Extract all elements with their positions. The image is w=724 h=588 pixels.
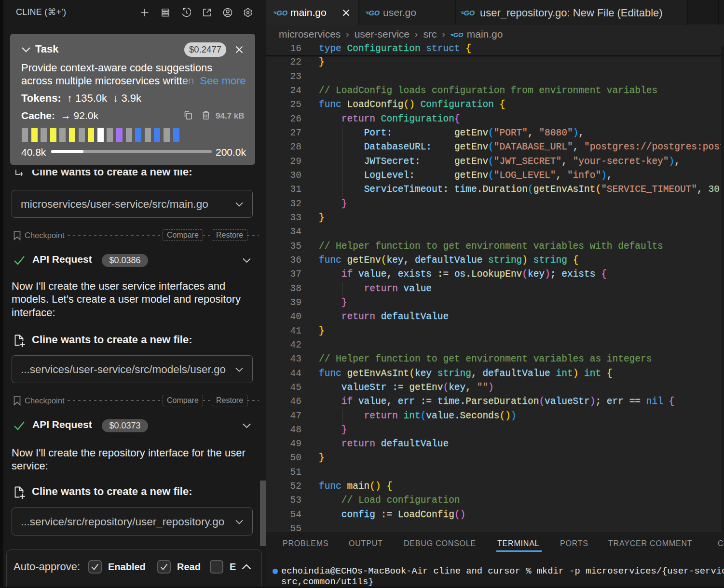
svg-text:GO: GO	[464, 9, 475, 17]
svg-text:GO: GO	[277, 9, 288, 17]
svg-text:GO: GO	[369, 9, 380, 17]
svg-text:GO: GO	[453, 31, 463, 39]
